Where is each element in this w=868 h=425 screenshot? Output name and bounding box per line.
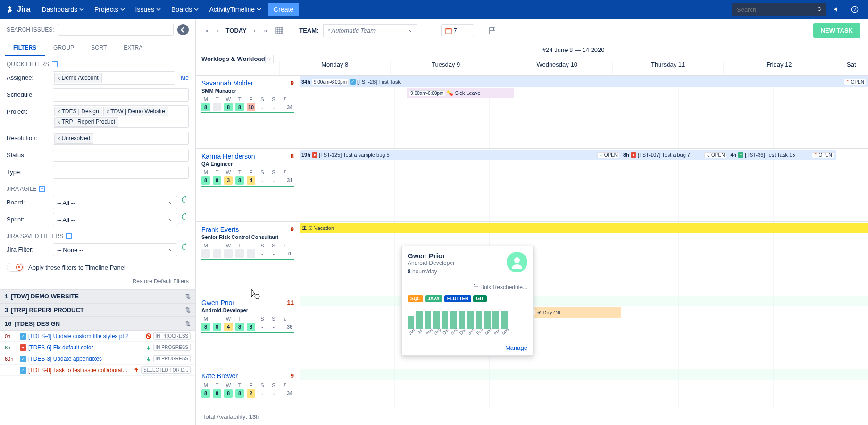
tab-group[interactable]: GROUP [45, 41, 83, 56]
schedule-input[interactable] [53, 88, 189, 102]
refresh-icon[interactable] [181, 243, 189, 251]
sort-icon[interactable]: ⇅ [185, 293, 191, 300]
project-tag[interactable]: xTRP | Reperi Product [54, 117, 118, 127]
chevron-down-icon[interactable] [265, 55, 274, 63]
project-header[interactable]: 3[TRP] REPERI PRODUCT⇅ [0, 303, 195, 317]
issue-title[interactable]: [TDES-6] Fix default color [28, 344, 144, 351]
status-input[interactable] [53, 149, 189, 162]
svg-point-6 [514, 257, 520, 263]
new-task-button[interactable]: NEW TASK [813, 23, 860, 38]
project-input[interactable]: xTDES | Design xTDW | Demo Website xTRP … [53, 105, 189, 128]
priority-icon [146, 356, 151, 362]
timeline-bar[interactable] [300, 296, 868, 306]
issue-row[interactable]: 8h ● [TDES-6] Fix default color IN PROGR… [0, 342, 195, 353]
tab-sort[interactable]: SORT [83, 41, 115, 56]
overload-count: 11 [287, 299, 294, 306]
milestone-icon[interactable] [488, 26, 497, 35]
nav-prev-button[interactable]: ‹ [215, 25, 221, 36]
timeline-bar[interactable]: 19h ● [TST-125] Test a sample bug 5⌄ OPE… [300, 150, 621, 160]
project-tag[interactable]: xTDES | Design [54, 107, 102, 116]
nav-activitytimeline[interactable]: ActivityTimeline [205, 0, 265, 19]
skill-tag: GIT [473, 295, 487, 302]
date-picker[interactable]: 7 [441, 24, 474, 37]
global-search[interactable] [732, 3, 826, 16]
calendar-icon [445, 27, 452, 34]
nav-first-button[interactable]: « [203, 25, 210, 36]
bulk-reschedule-link[interactable]: Bulk Reschedule... [402, 280, 533, 293]
tab-extra[interactable]: EXTRA [115, 41, 151, 56]
board-select[interactable]: -- All -- [53, 196, 177, 209]
workload-cell: 8 [224, 103, 233, 111]
workload-cell: - [269, 323, 278, 331]
timeline-bar[interactable] [300, 369, 868, 380]
nav-next-button[interactable]: › [251, 25, 257, 36]
nav-last-button[interactable]: » [262, 25, 269, 36]
sort-icon[interactable]: ⇅ [185, 306, 191, 314]
chart-bar [484, 311, 491, 329]
search-input[interactable] [736, 6, 817, 14]
refresh-icon[interactable] [181, 196, 189, 204]
timeline-bar[interactable]: 34h9:00am-6:00pm✓ [TST-28] First Task⌃ O… [300, 76, 868, 87]
dow-label: Σ [281, 96, 289, 102]
workload-cell: 10 [247, 103, 255, 111]
jira-agile-header[interactable]: JIRA AGILE− [0, 181, 195, 194]
sort-icon[interactable]: ⇅ [185, 320, 191, 327]
grid-view-icon[interactable] [274, 25, 285, 36]
jira-logo[interactable]: Jira [6, 5, 30, 14]
person-name[interactable]: Frank Everts [201, 226, 239, 233]
manage-link[interactable]: Manage [402, 340, 533, 355]
nav-issues[interactable]: Issues [132, 0, 165, 19]
type-input[interactable] [53, 166, 189, 179]
nav-projects[interactable]: Projects [91, 0, 129, 19]
team-select[interactable]: * Automatic Team [323, 24, 417, 37]
project-header[interactable]: 16[TDES] DESIGN⇅ [0, 317, 195, 331]
issue-row[interactable]: 0h ✓ [TDES-4] Update custom title styles… [0, 331, 195, 342]
issue-row[interactable]: 60h ✓ [TDES-3] Update appendixes IN PROG… [0, 353, 195, 365]
workload-cell: 8 [213, 176, 221, 185]
timeline-lane[interactable]: 34h9:00am-6:00pm✓ [TST-28] First Task⌃ O… [300, 76, 868, 148]
jira-filter-select[interactable]: -- None -- [53, 243, 177, 256]
create-button[interactable]: Create [268, 3, 299, 16]
project-tag[interactable]: xTDW | Demo Website [103, 107, 168, 116]
restore-filters-link[interactable]: Restore Default Filters [0, 276, 195, 289]
assignee-tag[interactable]: xDemo Account [54, 73, 102, 83]
remove-tag-icon[interactable]: x [58, 75, 60, 81]
nav-dashboards[interactable]: Dashboards [38, 0, 88, 19]
timeline-lane[interactable] [300, 368, 868, 408]
issue-title[interactable]: [TDES-4] Update custom title styles pt.2 [28, 333, 144, 340]
timeline-bar[interactable]: 9:00am-6:00pm 💊 Sick Leave [407, 88, 514, 98]
timeline-bar[interactable]: 4h + [TST-36] Test Task 15⌃ OPEN [728, 150, 835, 160]
collapse-icon: − [52, 61, 58, 67]
person-name[interactable]: Savannah Molder [201, 79, 253, 87]
feedback-icon[interactable] [829, 6, 844, 13]
workload-cell: 4 [247, 176, 255, 185]
search-issues-input[interactable] [58, 24, 174, 36]
timeline-bar[interactable]: 8h ● [TST-107] Test a bug 7⌄ OPEN [621, 150, 728, 160]
issue-row[interactable]: ✓ [TDES-8] Task to test issue collaborat… [0, 365, 195, 376]
timeline-lane[interactable]: 19h ● [TST-125] Test a sample bug 5⌄ OPE… [300, 149, 868, 221]
timeline-lane[interactable]: 4h/day ☀ Day Off [300, 295, 868, 368]
apply-filters-toggle[interactable]: ✕ [7, 263, 24, 272]
issue-title[interactable]: [TDES-8] Task to test issue collaborat..… [28, 367, 132, 374]
assignee-input[interactable]: xDemo Account [53, 71, 175, 85]
resolution-input[interactable]: xUnresolved [53, 132, 189, 145]
tab-filters[interactable]: FILTERS [5, 41, 45, 56]
timeline-bar[interactable]: 🏝 ☑ Vacation [300, 223, 868, 233]
today-button[interactable]: TODAY [226, 27, 247, 34]
resolution-tag[interactable]: xUnresolved [54, 133, 93, 144]
issue-title[interactable]: [TDES-3] Update appendixes [28, 356, 144, 362]
refresh-icon[interactable] [181, 213, 189, 221]
project-header[interactable]: 1[TDW] DEMO WEBSITE⇅ [0, 289, 195, 303]
timeline-lane[interactable]: 🏝 ☑ Vacation [300, 222, 868, 295]
person-name[interactable]: Gwen Prior [201, 299, 234, 306]
person-name[interactable]: Karma Henderson [201, 153, 255, 160]
quick-filters-header[interactable]: QUICK FILTERS− [0, 56, 195, 69]
person-name[interactable]: Kate Brewer [201, 372, 238, 380]
nav-boards[interactable]: Boards [167, 0, 202, 19]
saved-filters-header[interactable]: JIRA SAVED FILTERS− [0, 228, 195, 241]
sprint-select[interactable]: -- All -- [53, 213, 177, 226]
me-link[interactable]: Me [181, 75, 189, 81]
workload-cell: - [258, 323, 267, 331]
help-icon[interactable]: ? [847, 6, 862, 13]
back-button[interactable] [177, 24, 189, 35]
